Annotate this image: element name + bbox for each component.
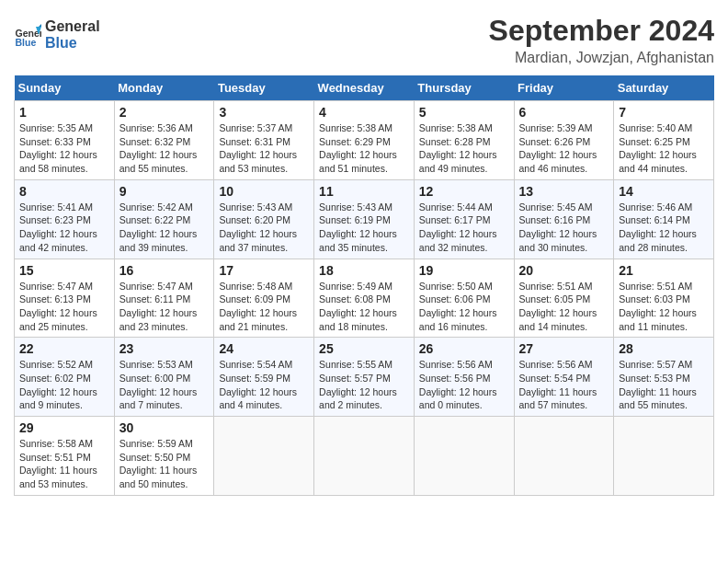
day-detail: Sunrise: 5:44 AM Sunset: 6:17 PM Dayligh… xyxy=(419,201,509,255)
day-number: 27 xyxy=(519,341,609,356)
day-detail: Sunrise: 5:54 AM Sunset: 5:59 PM Dayligh… xyxy=(219,358,309,412)
calendar-cell: 4 Sunrise: 5:38 AM Sunset: 6:29 PM Dayli… xyxy=(314,101,415,180)
calendar-day-header: Monday xyxy=(114,75,214,101)
svg-marker-3 xyxy=(39,24,41,27)
day-number: 28 xyxy=(619,341,709,356)
day-detail: Sunrise: 5:42 AM Sunset: 6:22 PM Dayligh… xyxy=(119,201,210,255)
calendar-cell: 6 Sunrise: 5:39 AM Sunset: 6:26 PM Dayli… xyxy=(514,101,614,180)
day-detail: Sunrise: 5:56 AM Sunset: 5:56 PM Dayligh… xyxy=(419,358,509,412)
calendar-cell: 9 Sunrise: 5:42 AM Sunset: 6:22 PM Dayli… xyxy=(114,179,214,259)
calendar-cell: 30 Sunrise: 5:59 AM Sunset: 5:50 PM Dayl… xyxy=(114,417,214,496)
calendar-cell: 28 Sunrise: 5:57 AM Sunset: 5:53 PM Dayl… xyxy=(614,338,714,417)
day-detail: Sunrise: 5:41 AM Sunset: 6:23 PM Dayligh… xyxy=(19,201,109,255)
day-detail: Sunrise: 5:57 AM Sunset: 5:53 PM Dayligh… xyxy=(619,358,709,412)
day-detail: Sunrise: 5:36 AM Sunset: 6:32 PM Dayligh… xyxy=(119,121,210,176)
day-number: 20 xyxy=(519,263,609,278)
day-detail: Sunrise: 5:47 AM Sunset: 6:11 PM Dayligh… xyxy=(119,280,210,334)
calendar-cell: 17 Sunrise: 5:48 AM Sunset: 6:09 PM Dayl… xyxy=(214,259,314,338)
day-number: 4 xyxy=(319,105,409,120)
day-number: 23 xyxy=(119,341,210,356)
day-number: 6 xyxy=(519,105,609,120)
day-number: 12 xyxy=(419,184,509,199)
day-number: 15 xyxy=(19,263,109,278)
calendar-cell: 12 Sunrise: 5:44 AM Sunset: 6:17 PM Dayl… xyxy=(414,179,514,259)
day-detail: Sunrise: 5:55 AM Sunset: 5:57 PM Dayligh… xyxy=(319,358,409,412)
calendar-cell: 15 Sunrise: 5:47 AM Sunset: 6:13 PM Dayl… xyxy=(15,259,115,338)
day-detail: Sunrise: 5:40 AM Sunset: 6:25 PM Dayligh… xyxy=(619,121,709,176)
logo-line2: Blue xyxy=(45,35,100,52)
logo-icon: General Blue xyxy=(14,21,41,49)
calendar-cell: 11 Sunrise: 5:43 AM Sunset: 6:19 PM Dayl… xyxy=(314,179,415,259)
calendar-week-row: 22 Sunrise: 5:52 AM Sunset: 6:02 PM Dayl… xyxy=(15,338,714,417)
day-detail: Sunrise: 5:43 AM Sunset: 6:20 PM Dayligh… xyxy=(219,201,309,255)
calendar-cell: 3 Sunrise: 5:37 AM Sunset: 6:31 PM Dayli… xyxy=(214,101,314,180)
svg-text:Blue: Blue xyxy=(16,37,37,48)
calendar-cell: 14 Sunrise: 5:46 AM Sunset: 6:14 PM Dayl… xyxy=(614,179,714,259)
calendar-cell xyxy=(214,417,314,496)
day-number: 1 xyxy=(19,105,109,120)
day-detail: Sunrise: 5:59 AM Sunset: 5:50 PM Dayligh… xyxy=(119,437,210,491)
day-detail: Sunrise: 5:43 AM Sunset: 6:19 PM Dayligh… xyxy=(319,201,409,255)
day-detail: Sunrise: 5:53 AM Sunset: 6:00 PM Dayligh… xyxy=(119,358,210,412)
calendar-cell: 7 Sunrise: 5:40 AM Sunset: 6:25 PM Dayli… xyxy=(614,101,714,180)
day-number: 5 xyxy=(419,105,509,120)
calendar-cell: 2 Sunrise: 5:36 AM Sunset: 6:32 PM Dayli… xyxy=(114,101,214,180)
calendar-table: SundayMondayTuesdayWednesdayThursdayFrid… xyxy=(14,75,714,496)
calendar-cell: 8 Sunrise: 5:41 AM Sunset: 6:23 PM Dayli… xyxy=(15,179,115,259)
calendar-day-header: Sunday xyxy=(15,75,115,101)
day-detail: Sunrise: 5:35 AM Sunset: 6:33 PM Dayligh… xyxy=(19,121,109,176)
calendar-cell: 29 Sunrise: 5:58 AM Sunset: 5:51 PM Dayl… xyxy=(15,417,115,496)
day-number: 9 xyxy=(119,184,210,199)
day-number: 25 xyxy=(319,341,409,356)
day-number: 13 xyxy=(519,184,609,199)
calendar-week-row: 29 Sunrise: 5:58 AM Sunset: 5:51 PM Dayl… xyxy=(15,417,714,496)
day-number: 17 xyxy=(219,263,309,278)
page-header: General Blue General Blue September 2024… xyxy=(14,14,714,66)
day-number: 16 xyxy=(119,263,210,278)
day-number: 21 xyxy=(619,263,709,278)
calendar-day-header: Wednesday xyxy=(314,75,415,101)
day-number: 8 xyxy=(19,184,109,199)
logo: General Blue General Blue xyxy=(14,18,100,51)
calendar-week-row: 15 Sunrise: 5:47 AM Sunset: 6:13 PM Dayl… xyxy=(15,259,714,338)
day-number: 14 xyxy=(619,184,709,199)
day-number: 24 xyxy=(219,341,309,356)
day-detail: Sunrise: 5:45 AM Sunset: 6:16 PM Dayligh… xyxy=(519,201,609,255)
calendar-cell: 16 Sunrise: 5:47 AM Sunset: 6:11 PM Dayl… xyxy=(114,259,214,338)
calendar-week-row: 8 Sunrise: 5:41 AM Sunset: 6:23 PM Dayli… xyxy=(15,179,714,259)
calendar-cell xyxy=(614,417,714,496)
day-detail: Sunrise: 5:48 AM Sunset: 6:09 PM Dayligh… xyxy=(219,280,309,334)
page-subtitle: Mardian, Jowzjan, Afghanistan xyxy=(489,50,714,66)
day-number: 10 xyxy=(219,184,309,199)
day-detail: Sunrise: 5:56 AM Sunset: 5:54 PM Dayligh… xyxy=(519,358,609,412)
day-detail: Sunrise: 5:58 AM Sunset: 5:51 PM Dayligh… xyxy=(19,437,109,491)
calendar-cell: 19 Sunrise: 5:50 AM Sunset: 6:06 PM Dayl… xyxy=(414,259,514,338)
day-detail: Sunrise: 5:51 AM Sunset: 6:05 PM Dayligh… xyxy=(519,280,609,334)
page-title: September 2024 xyxy=(489,14,714,48)
calendar-cell: 13 Sunrise: 5:45 AM Sunset: 6:16 PM Dayl… xyxy=(514,179,614,259)
calendar-cell: 18 Sunrise: 5:49 AM Sunset: 6:08 PM Dayl… xyxy=(314,259,415,338)
logo-line1: General xyxy=(45,18,100,35)
day-detail: Sunrise: 5:37 AM Sunset: 6:31 PM Dayligh… xyxy=(219,121,309,176)
day-detail: Sunrise: 5:47 AM Sunset: 6:13 PM Dayligh… xyxy=(19,280,109,334)
calendar-cell: 22 Sunrise: 5:52 AM Sunset: 6:02 PM Dayl… xyxy=(15,338,115,417)
day-number: 18 xyxy=(319,263,409,278)
calendar-cell: 26 Sunrise: 5:56 AM Sunset: 5:56 PM Dayl… xyxy=(414,338,514,417)
calendar-cell: 23 Sunrise: 5:53 AM Sunset: 6:00 PM Dayl… xyxy=(114,338,214,417)
day-number: 7 xyxy=(619,105,709,120)
day-detail: Sunrise: 5:38 AM Sunset: 6:29 PM Dayligh… xyxy=(319,121,409,176)
calendar-cell: 21 Sunrise: 5:51 AM Sunset: 6:03 PM Dayl… xyxy=(614,259,714,338)
day-detail: Sunrise: 5:49 AM Sunset: 6:08 PM Dayligh… xyxy=(319,280,409,334)
day-number: 3 xyxy=(219,105,309,120)
calendar-day-header: Saturday xyxy=(614,75,714,101)
day-detail: Sunrise: 5:50 AM Sunset: 6:06 PM Dayligh… xyxy=(419,280,509,334)
title-section: September 2024 Mardian, Jowzjan, Afghani… xyxy=(489,14,714,66)
calendar-cell xyxy=(414,417,514,496)
calendar-cell xyxy=(314,417,415,496)
day-detail: Sunrise: 5:52 AM Sunset: 6:02 PM Dayligh… xyxy=(19,358,109,412)
calendar-cell: 24 Sunrise: 5:54 AM Sunset: 5:59 PM Dayl… xyxy=(214,338,314,417)
calendar-cell: 25 Sunrise: 5:55 AM Sunset: 5:57 PM Dayl… xyxy=(314,338,415,417)
calendar-cell: 1 Sunrise: 5:35 AM Sunset: 6:33 PM Dayli… xyxy=(15,101,115,180)
day-number: 22 xyxy=(19,341,109,356)
day-detail: Sunrise: 5:38 AM Sunset: 6:28 PM Dayligh… xyxy=(419,121,509,176)
